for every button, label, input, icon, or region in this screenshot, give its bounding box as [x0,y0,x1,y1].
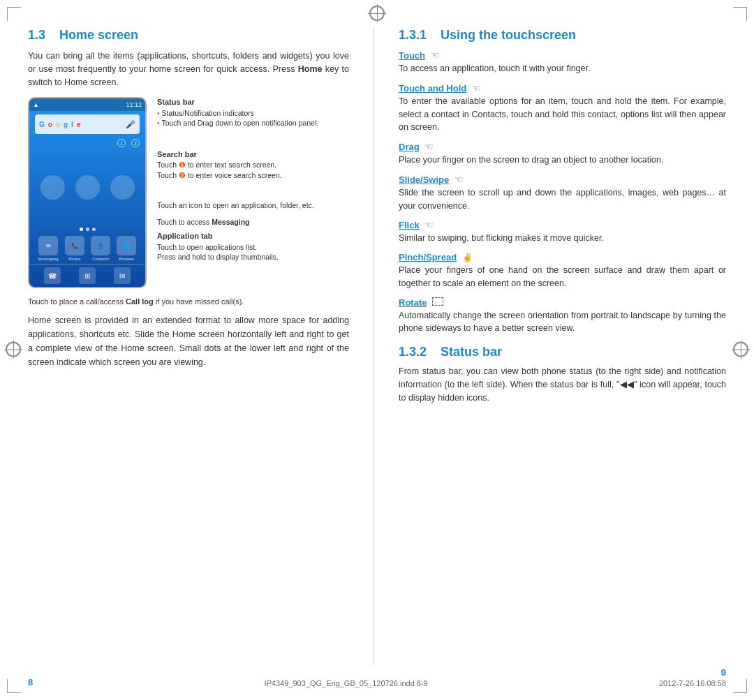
status-bullet-2: • Touch and Drag down to open notificati… [157,118,349,128]
section-132-heading: 1.3.2 Status bar [399,345,726,359]
gesture-slide-swipe: Slide/Swipe ☜ Slide the screen to scroll… [399,174,726,213]
home-key-bold: Home [298,64,323,74]
phone-mockup: ▲ 11:12 G o o g l e 🎤 1 2 [28,97,147,288]
section-132-text: From status bar, you can view both phone… [399,365,726,404]
app-messaging: ✉ Messaging [38,236,59,261]
section-131-number: 1.3.1 [399,28,427,42]
phone-dots [29,225,145,233]
gesture-drag: Drag ☜ Place your finger on the screen t… [399,141,726,167]
dot-2 [86,228,89,231]
gesture-touch-header: Touch ☜ [399,50,726,61]
app-phone: 📞 Phone [65,236,84,261]
gesture-rotate: Rotate Automatically change the screen o… [399,297,726,336]
google-l: l [71,121,73,128]
rotate-icon [432,297,443,306]
section-13-heading: 1.3 Home screen [28,28,349,43]
section-132: 1.3.2 Status bar From status bar, you ca… [399,345,726,404]
section-heading: 1.3 Home screen [28,28,138,42]
pinch-spread-icon: ✌ [462,253,473,262]
phone-orbs [40,175,135,200]
content-area: 1.3 Home screen You can bring all the it… [28,28,726,665]
gesture-flick: Flick ☜ Similar to swiping, but flicking… [399,219,726,245]
messaging-icon: ✉ [38,236,58,255]
gesture-pinch-spread-text: Place your fingers of one hand on the sc… [399,264,726,290]
app-contacts: 👤 Contacts [91,236,110,261]
crosshair-right [733,341,748,359]
annotation-status-bar: Status bar • Status/Notification indicat… [157,97,349,128]
gesture-drag-title: Drag [399,142,420,152]
google-o: o [48,121,52,128]
dot-1 [80,228,83,231]
messaging-bold: Messaging [212,218,249,226]
gesture-rotate-title: Rotate [399,297,427,308]
section-131-heading: 1.3.1 Using the touchscreen [399,28,726,43]
call-log-note: Touch to place a call/access Call log if… [28,297,349,307]
crop-mark-br [733,679,747,693]
app-tab-text: Touch to open applications list. Press a… [157,242,349,262]
phone-section: ▲ 11:12 G o o g l e 🎤 1 2 [28,97,349,288]
mic-icon: 🎤 [126,120,135,129]
flick-hand-icon: ☜ [424,219,434,230]
gesture-drag-header: Drag ☜ [399,141,726,152]
section-132-number: 1.3.2 [399,345,427,359]
crop-mark-tr [733,7,747,21]
gesture-slide-swipe-header: Slide/Swipe ☜ [399,174,726,185]
gesture-flick-text: Similar to swiping, but flicking makes i… [399,232,726,245]
orb1 [40,175,65,200]
page-number-left: 8 [28,677,33,687]
crop-mark-bl [7,679,21,693]
gesture-rotate-text: Automatically change the screen orientat… [399,309,726,336]
phone-icon: 📞 [65,236,84,255]
orb3 [110,175,135,200]
gesture-flick-header: Flick ☜ [399,219,726,230]
gesture-touch-hold: Touch and Hold ☜ To enter the available … [399,82,726,134]
gesture-pinch-spread-title: Pinch/Spread [399,252,457,262]
google-o2: o [56,121,60,128]
footer-right: 9 2012-7-26 16:08:58 [659,667,726,687]
touch-hand-icon: ☜ [431,50,440,61]
gesture-slide-swipe-text: Slide the screen to scroll up and down t… [399,186,726,213]
orb2 [75,175,100,200]
phone-bottom-row: ☎ ⊞ ✉ [29,264,145,287]
circle-1: ❶ [179,161,186,169]
phone-status-bar: ▲ 11:12 [29,98,145,111]
footer-left: 8 [28,677,33,687]
contacts-label: Contacts [92,257,109,261]
left-column: 1.3 Home screen You can bring all the it… [28,28,349,665]
column-divider [374,28,374,665]
call-log-bold: Call log [126,297,154,306]
footer-center: IP4349_903_QG_Eng_GB_05_120726.indd 8-9 [264,679,427,687]
gesture-touch-title: Touch [399,50,425,61]
browser-icon: 🌐 [117,236,136,255]
crosshair-top [369,6,385,23]
contacts-icon: 👤 [91,236,110,255]
annotation-search-bar: Search bar Touch ❶ to enter text search … [157,149,349,181]
browser-label: Browser [119,257,134,261]
gesture-touch-hold-header: Touch and Hold ☜ [399,82,726,94]
annotation-messaging: Touch to access Messaging [157,217,349,228]
apps-icon: ⊞ [79,267,96,284]
footer: 8 IP4349_903_QG_Eng_GB_05_120726.indd 8-… [28,667,726,687]
status-bar-title: Status bar [157,97,349,107]
phone-body-area [29,149,145,225]
page-number-right: 9 [721,667,726,678]
icon-symbol: ◀◀ [619,380,634,389]
indicator-1: 1 [117,139,126,147]
section-131-title: Using the touchscreen [441,28,576,42]
search-line2: Touch ❷ to enter voice search screen. [157,170,349,181]
gestures-list: Touch ☜ To access an application, touch … [399,50,726,335]
section-132-heading-text: 1.3.2 Status bar [399,345,502,359]
footer-timestamp: 2012-7-26 16:08:58 [659,679,726,687]
indicator-2: 2 [131,139,140,147]
section-132-title: Status bar [441,345,502,359]
annotation-app-tab: Application tab Touch to open applicatio… [157,231,349,262]
crosshair-left [6,341,21,359]
annotation-icon-touch: Touch an icon to open an application, fo… [157,200,349,211]
section-131-heading-text: 1.3.1 Using the touchscreen [399,28,576,42]
google-e: e [77,121,81,128]
left-body-para1: You can bring all the items (application… [28,50,349,89]
left-body-para2: Home screen is provided in an extended f… [28,313,349,369]
gesture-touch: Touch ☜ To access an application, touch … [399,50,726,75]
slide-swipe-hand-icon: ☜ [454,174,464,185]
app-tab-line2: Press and hold to display thumbnails. [157,252,349,262]
